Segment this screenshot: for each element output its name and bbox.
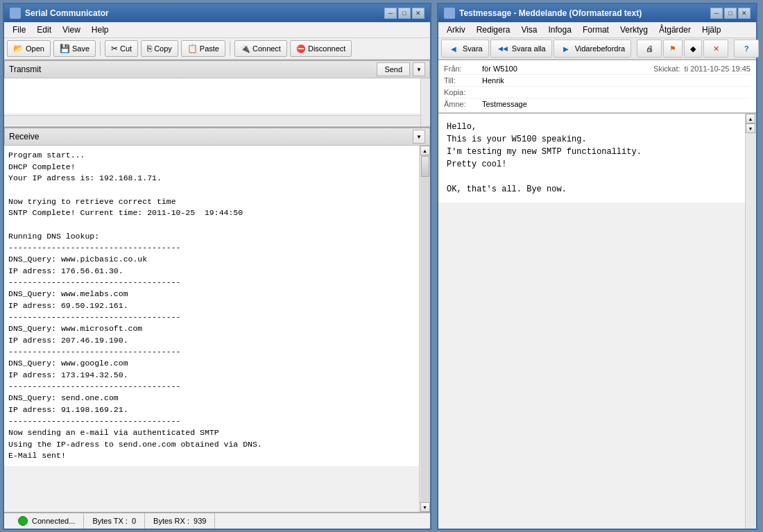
subject-field-row: Ämne: Testmessage (444, 98, 751, 110)
email-close-button[interactable]: ✕ (738, 8, 751, 19)
open-button[interactable]: Open (7, 40, 51, 57)
email-minimize-button[interactable]: ─ (710, 8, 723, 19)
disconnect-button[interactable]: Disconnect (290, 40, 352, 57)
serial-menu-view[interactable]: View (57, 24, 86, 36)
scroll-down-arrow[interactable]: ▼ (420, 502, 430, 512)
from-field-row: Från: för W5100 Skickat: ti 2011-10-25 1… (444, 63, 751, 75)
from-label: Från: (444, 65, 482, 73)
email-menu-arkiv[interactable]: Arkiv (441, 24, 471, 36)
svara-button[interactable]: Svara (441, 40, 489, 58)
flag-button[interactable]: ⚑ (663, 40, 683, 58)
copy-label: Copy (154, 44, 172, 53)
receive-dropdown-button[interactable] (413, 130, 425, 144)
disconnect-label: Disconnect (308, 44, 345, 53)
delete-icon (710, 42, 722, 55)
svara-alla-button[interactable]: Svara alla (490, 40, 552, 58)
serial-menu-help[interactable]: Help (86, 24, 114, 36)
transmit-label: Transmit (9, 65, 41, 74)
receive-scrollbar[interactable]: ▲ ▼ (419, 146, 430, 512)
send-area: Send (377, 62, 425, 76)
paste-button[interactable]: Paste (181, 40, 225, 57)
cc-label: Kopia: (444, 88, 482, 96)
forward-icon (560, 42, 572, 55)
to-field-row: Till: Henrik (444, 75, 751, 87)
vidarebefordra-button[interactable]: Vidarebefordra (554, 40, 632, 58)
transmit-input[interactable] (4, 78, 430, 113)
serial-window-controls: ─ □ ✕ (384, 8, 425, 19)
subject-label: Ämne: (444, 100, 482, 108)
to-value: Henrik (482, 76, 751, 85)
bytes-tx-label: Bytes TX : (92, 517, 128, 525)
scroll-thumb[interactable] (421, 156, 429, 177)
scroll-up-arrow[interactable]: ▲ (420, 146, 430, 155)
transmit-header: Transmit Send (4, 60, 430, 78)
bytes-tx-value: 0 (132, 517, 136, 525)
help-icon (740, 42, 753, 55)
toolbar-sep-2 (230, 42, 230, 55)
cut-button[interactable]: Cut (105, 40, 138, 57)
reply-icon (447, 42, 460, 55)
transmit-scrollbar[interactable] (420, 78, 430, 126)
receive-content: Program start... DHCP Complete! Your IP … (4, 146, 430, 466)
open-icon (13, 44, 24, 53)
save-icon (60, 44, 70, 53)
connected-text: Connected... (32, 517, 75, 525)
email-menu-format[interactable]: Format (577, 24, 615, 36)
serial-close-button[interactable]: ✕ (412, 8, 425, 19)
subject-value: Testmessage (482, 100, 751, 108)
save-button[interactable]: Save (53, 40, 96, 57)
sent-label: Skickat: (653, 65, 680, 73)
email-scrollbar[interactable]: ▲ ▼ (745, 114, 756, 529)
svara-label: Svara (463, 44, 483, 53)
from-value: för W5100 (482, 65, 653, 73)
copy-button[interactable]: Copy (141, 40, 178, 57)
toolbar-sep-1 (100, 42, 101, 55)
serial-title-text: Serial Communicator (25, 8, 109, 18)
bytes-rx-value: 939 (194, 517, 206, 525)
receive-header: Receive (4, 127, 430, 146)
serial-menu-edit[interactable]: Edit (31, 24, 57, 36)
email-menu-atgarder[interactable]: Åtgärder (653, 24, 696, 36)
serial-minimize-button[interactable]: ─ (384, 8, 397, 19)
open-label: Open (26, 44, 44, 53)
email-menu-hjalp[interactable]: Hjälp (696, 24, 726, 36)
bytes-tx-status: Bytes TX : 0 (84, 513, 145, 529)
transmit-section (4, 78, 430, 127)
serial-app-icon (10, 8, 21, 19)
email-menu-bar: Arkiv Redigera Visa Infoga Format Verkty… (438, 22, 756, 38)
print-button[interactable] (637, 40, 662, 58)
cut-icon (111, 44, 118, 53)
email-menu-visa[interactable]: Visa (515, 24, 542, 36)
connection-status: Connected... (10, 513, 84, 529)
email-header-fields: Från: för W5100 Skickat: ti 2011-10-25 1… (438, 60, 756, 114)
paste-icon (187, 44, 198, 53)
cut-label: Cut (120, 44, 132, 53)
help-button[interactable] (734, 40, 759, 58)
chevron-down-icon (416, 66, 422, 73)
send-button[interactable]: Send (377, 62, 410, 76)
email-scroll-up[interactable]: ▲ (746, 114, 755, 123)
connected-indicator (18, 516, 28, 526)
serial-status-bar: Connected... Bytes TX : 0 Bytes RX : 939 (4, 512, 430, 529)
transmit-h-scrollbar[interactable] (4, 115, 430, 125)
mark-button[interactable]: ◆ (684, 40, 702, 58)
sent-value: ti 2011-10-25 19:45 (685, 65, 751, 73)
send-dropdown-button[interactable] (413, 62, 425, 76)
email-maximize-button[interactable]: □ (724, 8, 737, 19)
serial-maximize-button[interactable]: □ (398, 8, 411, 19)
email-window: Testmessage - Meddelande (Oformaterad te… (437, 3, 757, 530)
receive-content-wrapper: Program start... DHCP Complete! Your IP … (4, 146, 430, 512)
email-menu-infoga[interactable]: Infoga (543, 24, 577, 36)
delete-button[interactable] (703, 40, 728, 58)
email-scroll-down[interactable]: ▼ (746, 123, 755, 133)
email-window-title: Testmessage - Meddelande (Oformaterad te… (444, 8, 642, 19)
email-body-wrapper: Hello, This is your W5100 speaking. I'm … (438, 114, 756, 529)
email-toolbar: Svara Svara alla Vidarebefordra ⚑ ◆ (438, 38, 756, 60)
email-menu-redigera[interactable]: Redigera (471, 24, 516, 36)
receive-label: Receive (9, 132, 39, 141)
connect-button[interactable]: Connect (234, 40, 287, 57)
svara-alla-label: Svara alla (512, 44, 546, 53)
receive-chevron-icon (416, 133, 422, 140)
serial-menu-file[interactable]: File (7, 24, 31, 36)
email-menu-verktyg[interactable]: Verktyg (615, 24, 653, 36)
